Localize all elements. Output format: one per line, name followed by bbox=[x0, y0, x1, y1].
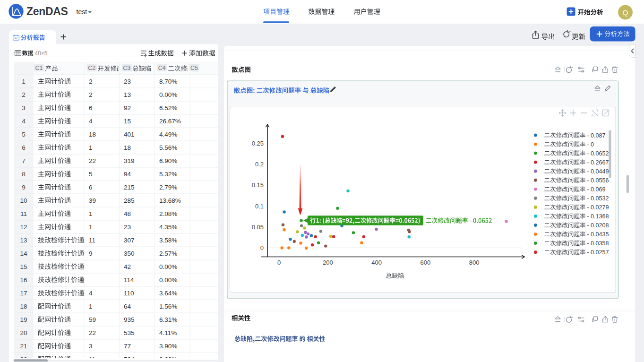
svg-text:- 0.0208: - 0.0208 bbox=[587, 222, 609, 229]
svg-text:23: 23 bbox=[124, 224, 131, 231]
svg-text:8.70%: 8.70% bbox=[159, 78, 177, 85]
svg-text:5.32%: 5.32% bbox=[159, 171, 177, 178]
svg-text:48: 48 bbox=[124, 210, 131, 217]
svg-text:4.49%: 4.49% bbox=[159, 131, 177, 138]
svg-text:4.11%: 4.11% bbox=[159, 329, 177, 336]
svg-text:C4: C4 bbox=[158, 65, 166, 71]
svg-text:200: 200 bbox=[323, 259, 333, 266]
svg-text:16: 16 bbox=[20, 276, 27, 284]
svg-text:6.90%: 6.90% bbox=[159, 157, 177, 164]
svg-text:6: 6 bbox=[22, 144, 26, 151]
svg-text:11: 11 bbox=[20, 210, 27, 217]
svg-text:- 0.0532: - 0.0532 bbox=[587, 195, 609, 202]
svg-text:39: 39 bbox=[89, 197, 96, 204]
svg-text:19: 19 bbox=[20, 316, 27, 323]
svg-text:6.31%: 6.31% bbox=[159, 316, 177, 323]
svg-text:0.00%: 0.00% bbox=[159, 263, 177, 270]
svg-text:- 0.0257: - 0.0257 bbox=[587, 249, 609, 256]
svg-text:3: 3 bbox=[22, 104, 26, 112]
svg-text:1: 1 bbox=[89, 224, 93, 231]
svg-text:0: 0 bbox=[260, 244, 264, 251]
svg-text:600: 600 bbox=[421, 259, 431, 266]
svg-text:- 0.0652: - 0.0652 bbox=[587, 150, 609, 157]
svg-text:3.58%: 3.58% bbox=[159, 237, 177, 244]
svg-text:15: 15 bbox=[124, 118, 131, 125]
svg-text:0.1: 0.1 bbox=[255, 203, 264, 210]
svg-text:test: test bbox=[77, 8, 87, 16]
svg-text:6.52%: 6.52% bbox=[159, 104, 177, 112]
svg-text:23: 23 bbox=[124, 78, 131, 85]
svg-text:350: 350 bbox=[124, 250, 135, 257]
svg-text:9: 9 bbox=[89, 250, 93, 257]
svg-text:0.05: 0.05 bbox=[252, 224, 264, 231]
svg-text:5: 5 bbox=[22, 131, 26, 138]
svg-text:11: 11 bbox=[89, 237, 95, 244]
svg-text:12: 12 bbox=[20, 224, 27, 231]
svg-text:4.35%: 4.35% bbox=[159, 224, 177, 231]
svg-text:- 0.0435: - 0.0435 bbox=[587, 231, 609, 238]
svg-text:1: 1 bbox=[89, 303, 93, 310]
svg-text:0.25: 0.25 bbox=[252, 140, 264, 147]
svg-text:4: 4 bbox=[89, 118, 93, 125]
svg-text:7: 7 bbox=[22, 157, 26, 164]
svg-text:18: 18 bbox=[124, 144, 131, 151]
svg-text:0.00%: 0.00% bbox=[159, 91, 177, 98]
svg-text:- 0.087: - 0.087 bbox=[587, 132, 605, 139]
svg-text:C1: C1 bbox=[35, 65, 43, 71]
svg-text:2: 2 bbox=[89, 78, 93, 85]
svg-text:13: 13 bbox=[124, 91, 131, 98]
svg-text:800: 800 bbox=[469, 259, 480, 266]
svg-text:17: 17 bbox=[20, 290, 27, 297]
svg-text:3.64%: 3.64% bbox=[159, 290, 177, 297]
svg-text:18: 18 bbox=[89, 131, 96, 138]
svg-text:1: 1 bbox=[89, 210, 93, 217]
svg-text:14: 14 bbox=[20, 250, 27, 257]
svg-text:3.90%: 3.90% bbox=[159, 343, 177, 350]
svg-text:0.00%: 0.00% bbox=[159, 276, 177, 284]
svg-text:22: 22 bbox=[89, 329, 96, 336]
svg-text:2.79%: 2.79% bbox=[159, 184, 177, 191]
svg-text:20: 20 bbox=[20, 329, 27, 336]
svg-text:401: 401 bbox=[124, 131, 135, 138]
svg-text:Q: Q bbox=[622, 9, 628, 17]
svg-text:285: 285 bbox=[124, 197, 135, 204]
svg-text:307: 307 bbox=[124, 237, 135, 244]
svg-text:- 0.0556: - 0.0556 bbox=[587, 177, 609, 184]
svg-text:10: 10 bbox=[20, 197, 27, 204]
svg-text:2: 2 bbox=[89, 91, 93, 98]
svg-text:22: 22 bbox=[89, 157, 96, 164]
svg-text:- 0.1368: - 0.1368 bbox=[587, 213, 609, 220]
svg-text:13: 13 bbox=[20, 237, 27, 244]
svg-text:1: 1 bbox=[89, 144, 93, 151]
svg-text:319: 319 bbox=[124, 157, 135, 164]
svg-text:6: 6 bbox=[89, 184, 93, 191]
svg-text:94: 94 bbox=[124, 171, 131, 178]
svg-text:- 0.0279: - 0.0279 bbox=[587, 204, 609, 211]
svg-text:ZenDAS: ZenDAS bbox=[26, 5, 68, 17]
svg-text:4: 4 bbox=[22, 118, 26, 125]
svg-text:21: 21 bbox=[20, 343, 27, 350]
svg-text:110: 110 bbox=[124, 290, 134, 297]
svg-text:C2: C2 bbox=[88, 65, 95, 71]
svg-text:C3: C3 bbox=[123, 65, 130, 71]
svg-text:- 0: - 0 bbox=[587, 141, 594, 148]
svg-text:42: 42 bbox=[124, 263, 131, 270]
svg-text:- 0.0358: - 0.0358 bbox=[587, 240, 609, 247]
svg-text:0: 0 bbox=[277, 259, 281, 266]
svg-text:- 0.2667: - 0.2667 bbox=[587, 159, 609, 166]
svg-text:400: 400 bbox=[371, 259, 382, 266]
svg-text:5.56%: 5.56% bbox=[159, 144, 177, 151]
svg-text:1: 1 bbox=[22, 78, 26, 85]
svg-text:5: 5 bbox=[89, 171, 93, 178]
svg-text:1.56%: 1.56% bbox=[159, 303, 177, 310]
svg-text:77: 77 bbox=[124, 343, 131, 350]
svg-text:0.15: 0.15 bbox=[252, 181, 264, 189]
svg-text:13.68%: 13.68% bbox=[159, 197, 181, 204]
svg-text:15: 15 bbox=[20, 263, 27, 270]
svg-text:40×5: 40×5 bbox=[35, 50, 48, 57]
svg-text:0.2: 0.2 bbox=[255, 161, 264, 168]
svg-text:26.67%: 26.67% bbox=[159, 118, 181, 125]
svg-text:2: 2 bbox=[22, 91, 26, 98]
svg-text:3: 3 bbox=[89, 343, 93, 350]
svg-text:64: 64 bbox=[124, 303, 131, 310]
